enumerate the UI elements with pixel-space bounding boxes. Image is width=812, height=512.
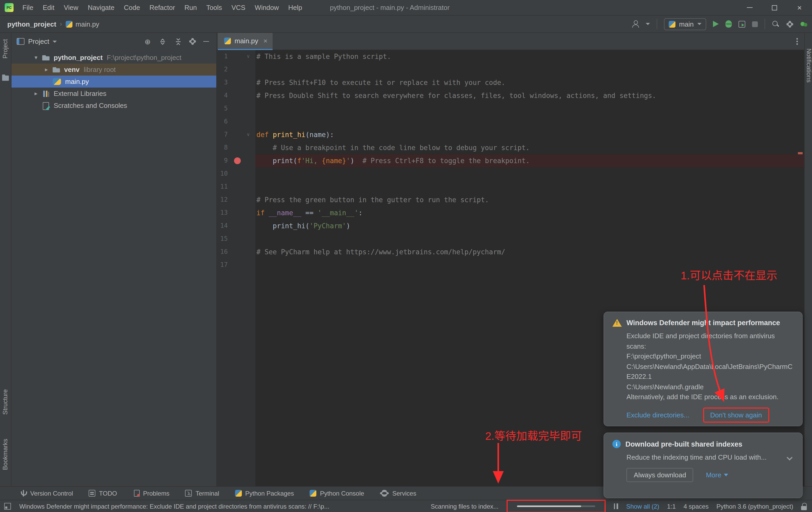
code-line-14[interactable]: print_hi('PyCharm') (255, 219, 804, 233)
hide-panel-icon[interactable] (203, 41, 209, 42)
menu-edit[interactable]: Edit (38, 0, 59, 16)
code-line-12[interactable]: # Press the green button in the gutter t… (255, 193, 804, 206)
tree-item-main-py[interactable]: main.py (11, 76, 216, 88)
collapse-all-icon[interactable] (175, 38, 182, 45)
menu-code[interactable]: Code (119, 0, 145, 16)
tool-stripe-notifications[interactable]: Notifications (805, 49, 812, 83)
stop-button[interactable] (752, 21, 758, 27)
menu-file[interactable]: File (18, 0, 38, 16)
minimize-button[interactable] (737, 0, 762, 15)
panel-settings-gear-icon[interactable] (190, 39, 195, 44)
tool-button-services[interactable]: Services (380, 490, 416, 497)
tool-button-version-control[interactable]: Version Control (20, 490, 73, 497)
line-number-14[interactable]: 14 (217, 219, 255, 233)
tool-button-python-console[interactable]: Python Console (310, 490, 364, 497)
code-line-3[interactable]: # Press Shift+F10 to execute it or repla… (255, 76, 804, 89)
more-button[interactable]: More (706, 471, 728, 479)
code-line-1[interactable]: # This is a sample Python script. (255, 50, 804, 63)
interpreter-setting[interactable]: Python 3.6 (python_project) (716, 503, 793, 510)
menu-tools[interactable]: Tools (201, 0, 227, 16)
menu-vcs[interactable]: VCS (227, 0, 250, 16)
tool-button-python-packages[interactable]: Python Packages (235, 490, 294, 497)
maximize-button[interactable] (762, 0, 787, 15)
line-number-15[interactable]: 15 (217, 233, 255, 245)
settings-gear-icon[interactable] (787, 22, 792, 26)
tool-stripe-bookmarks[interactable]: Bookmarks (2, 439, 9, 470)
menu-navigate[interactable]: Navigate (83, 0, 119, 16)
fold-icon[interactable]: ∨ (246, 50, 250, 63)
tab-close-icon[interactable]: × (263, 37, 267, 44)
chevron-down-icon[interactable] (53, 40, 57, 42)
tree-item-scratches-and-consoles[interactable]: Scratches and Consoles (11, 99, 216, 112)
code-line-15[interactable] (255, 233, 804, 245)
code-line-9[interactable]: print(f'Hi, {name}') # Press Ctrl+F8 to … (255, 154, 804, 167)
menu-help[interactable]: Help (284, 0, 307, 16)
search-everywhere-icon[interactable] (772, 20, 779, 28)
line-number-12[interactable]: 12 (217, 193, 255, 206)
indent-setting[interactable]: 4 spaces (684, 503, 708, 510)
tree-item-python-project[interactable]: ▾python_projectF:\project\python_project (11, 52, 216, 64)
code-line-11[interactable] (255, 180, 804, 193)
code-line-6[interactable] (255, 115, 804, 128)
code-line-4[interactable]: # Press Double Shift to search everywher… (255, 89, 804, 102)
show-all-link[interactable]: Show all (2) (626, 503, 659, 510)
code-with-me-icon[interactable] (801, 21, 808, 27)
code-line-10[interactable] (255, 167, 804, 180)
tool-button-problems[interactable]: Problems (133, 490, 169, 497)
debug-button[interactable] (725, 20, 732, 28)
project-tool-icon[interactable] (2, 76, 9, 81)
tab-options-icon[interactable] (796, 40, 798, 42)
caret-position[interactable]: 1:1 (667, 503, 676, 510)
code-line-5[interactable] (255, 102, 804, 115)
menu-window[interactable]: Window (250, 0, 284, 16)
chevron-right-icon[interactable]: ▸ (30, 90, 42, 97)
line-number-4[interactable]: 4 (217, 89, 255, 102)
tool-stripe-project[interactable]: Project (2, 39, 9, 59)
menu-run[interactable]: Run (180, 0, 202, 16)
code-line-7[interactable]: def print_hi(name): (255, 128, 804, 141)
tree-item-external-libraries[interactable]: ▸External Libraries (11, 88, 216, 99)
line-number-11[interactable]: 11 (217, 180, 255, 193)
chevron-down-icon[interactable]: ▾ (30, 54, 42, 61)
line-number-5[interactable]: 5 (217, 102, 255, 115)
user-icon[interactable] (632, 20, 639, 28)
breakpoint-icon[interactable] (234, 157, 241, 164)
close-button[interactable]: × (787, 0, 812, 15)
chevron-right-icon[interactable]: ▸ (41, 66, 52, 73)
tool-stripe-structure[interactable]: Structure (2, 389, 9, 415)
tab-main-py[interactable]: main.py × (218, 33, 272, 50)
menu-view[interactable]: View (59, 0, 83, 16)
code-line-2[interactable] (255, 63, 804, 76)
code-line-13[interactable]: if __name__ == '__main__': (255, 206, 804, 219)
select-opened-file-icon[interactable]: ⊕ (145, 38, 151, 45)
run-configuration-select[interactable]: main (664, 18, 706, 30)
dont-show-again-link[interactable]: Don't show again (710, 411, 762, 419)
line-number-13[interactable]: 13 (217, 206, 255, 219)
breadcrumb-file[interactable]: main.py (66, 20, 99, 28)
expand-chevron-icon[interactable] (787, 454, 793, 460)
line-number-10[interactable]: 10 (217, 167, 255, 180)
breadcrumb-project[interactable]: python_project (7, 20, 56, 28)
expand-all-icon[interactable] (159, 38, 166, 45)
menu-refactor[interactable]: Refactor (145, 0, 179, 16)
code-line-8[interactable]: # Use a breakpoint in the code line belo… (255, 141, 804, 154)
line-number-16[interactable]: 16 (217, 245, 255, 259)
tool-button-terminal[interactable]: Terminal (185, 490, 219, 497)
tool-button-todo[interactable]: TODO (89, 490, 117, 497)
pause-indexing-icon[interactable] (613, 503, 618, 509)
status-message[interactable]: Windows Defender might impact performanc… (19, 503, 329, 510)
line-number-8[interactable]: 8 (217, 141, 255, 154)
line-number-2[interactable]: 2 (217, 63, 255, 76)
lock-icon[interactable] (801, 503, 807, 510)
code-line-16[interactable]: # See PyCharm help at https://www.jetbra… (255, 245, 804, 259)
always-download-button[interactable]: Always download (627, 468, 693, 482)
user-dropdown-icon[interactable] (646, 23, 650, 25)
run-with-coverage-button[interactable] (738, 21, 745, 27)
exclude-directories-link[interactable]: Exclude directories... (627, 411, 689, 419)
tree-item-venv[interactable]: ▸venvlibrary root (11, 64, 216, 76)
line-number-3[interactable]: 3 (217, 76, 255, 89)
project-panel-title[interactable]: Project (28, 37, 49, 46)
error-stripe-breakpoint-mark[interactable] (798, 152, 803, 154)
run-button[interactable] (713, 21, 719, 27)
tool-window-switcher-icon[interactable] (4, 503, 11, 510)
